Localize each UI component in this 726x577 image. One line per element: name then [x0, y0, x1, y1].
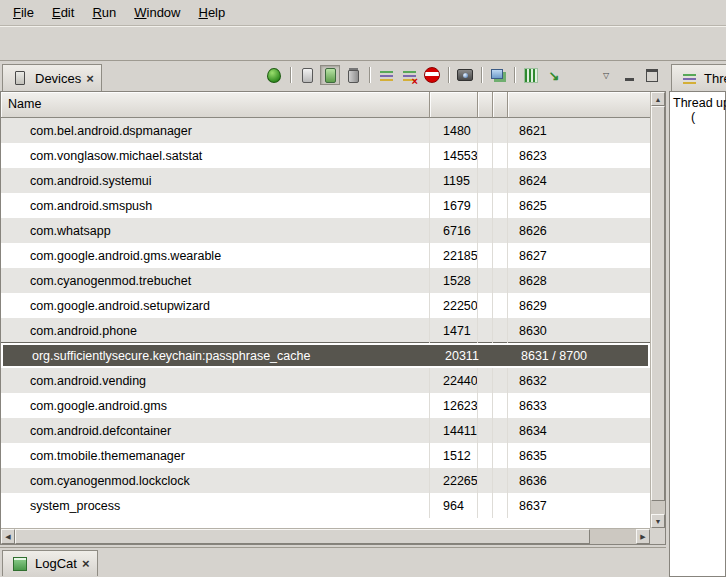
blank-cell [478, 193, 493, 218]
threads-tab-label: Threads [704, 71, 726, 86]
process-name: com.vonglasow.michael.satstat [1, 143, 430, 168]
menu-run[interactable]: Run [83, 2, 125, 23]
menubar: FileEditRunWindowHelp [0, 0, 726, 26]
blank-cell [478, 368, 493, 393]
process-port: 8632 [508, 374, 650, 388]
table-row[interactable]: com.google.android.setupwizard 22250 862… [1, 293, 650, 318]
maximize-icon[interactable] [642, 65, 662, 85]
process-port: 8626 [508, 224, 650, 238]
table-row[interactable]: com.android.vending 22440 8632 [1, 368, 650, 393]
method-profiling-icon[interactable] [521, 65, 541, 85]
debug-icon[interactable] [264, 65, 284, 85]
table-row[interactable]: com.google.android.gms.wearable 22185 86… [1, 243, 650, 268]
process-port: 8621 [508, 124, 650, 138]
scrollbar-corner [650, 528, 665, 544]
blank-cell [493, 293, 508, 318]
process-port: 8633 [508, 399, 650, 413]
table-row[interactable]: org.sufficientlysecure.keychain:passphra… [1, 343, 650, 368]
column-header-blank-3[interactable] [493, 92, 508, 118]
toolbar-separator [511, 66, 518, 84]
view-menu-icon[interactable] [596, 65, 616, 85]
blank-cell [478, 468, 493, 493]
process-port: 8630 [508, 324, 650, 338]
dump-hprof-icon[interactable] [320, 65, 340, 85]
process-name: com.android.defcontainer [1, 418, 430, 443]
stop-threads-icon[interactable] [399, 65, 419, 85]
scroll-up-button[interactable] [651, 92, 665, 106]
table-row[interactable]: com.vonglasow.michael.satstat 14553 8623 [1, 143, 650, 168]
blank-cell [478, 168, 493, 193]
process-port: 8637 [508, 499, 650, 513]
table-row[interactable]: com.cyanogenmod.trebuchet 1528 8628 [1, 268, 650, 293]
blank-cell [493, 318, 508, 343]
devices-toolbar [264, 65, 662, 85]
stop-process-icon[interactable] [422, 65, 442, 85]
table-row[interactable]: com.android.smspush 1679 8625 [1, 193, 650, 218]
menu-help[interactable]: Help [189, 2, 234, 23]
menu-file[interactable]: File [4, 2, 43, 23]
horizontal-scrollbar[interactable] [1, 528, 650, 544]
screen-gallery-icon[interactable] [488, 65, 508, 85]
table-row[interactable]: system_process 964 8637 [1, 493, 650, 518]
scroll-left-button[interactable] [1, 529, 15, 544]
blank-cell [478, 268, 493, 293]
threads-region: Threads Thread up ( [669, 62, 726, 577]
screen-capture-icon[interactable] [455, 65, 475, 85]
blank-cell [493, 368, 508, 393]
process-pid: 1512 [430, 443, 478, 468]
process-name: com.bel.android.dspmanager [1, 118, 430, 143]
scroll-right-button[interactable] [636, 529, 650, 544]
update-heap-icon[interactable] [297, 65, 317, 85]
threads-icon [679, 68, 699, 88]
process-port: 8634 [508, 424, 650, 438]
tab-logcat[interactable]: LogCat [2, 550, 98, 576]
vertical-scroll-thumb[interactable] [651, 106, 665, 501]
table-row[interactable]: com.android.phone 1471 8630 [1, 318, 650, 343]
close-icon[interactable] [82, 556, 90, 571]
process-name: system_process [1, 493, 430, 518]
cause-gc-icon[interactable] [343, 65, 363, 85]
process-pid: 1195 [430, 168, 478, 193]
table-row[interactable]: com.cyanogenmod.lockclock 22265 8636 [1, 468, 650, 493]
profiling-start-icon[interactable] [544, 65, 564, 85]
table-row[interactable]: com.tmobile.thememanager 1512 8635 [1, 443, 650, 468]
menu-edit[interactable]: Edit [43, 2, 83, 23]
process-pid: 22265 [430, 468, 478, 493]
tab-devices[interactable]: Devices [2, 64, 102, 91]
blank-cell [493, 418, 508, 443]
process-pid: 6716 [430, 218, 478, 243]
toolbar-separator [478, 66, 485, 84]
blank-cell [493, 193, 508, 218]
close-icon[interactable] [86, 71, 94, 86]
blank-cell [478, 293, 493, 318]
process-pid: 14411 [430, 418, 478, 443]
devices-tabrow: Devices [0, 62, 666, 91]
process-name: com.cyanogenmod.lockclock [1, 468, 430, 493]
blank-cell [478, 418, 493, 443]
scroll-down-button[interactable] [651, 514, 665, 528]
table-row[interactable]: com.whatsapp 6716 8626 [1, 218, 650, 243]
menu-window[interactable]: Window [125, 2, 189, 23]
column-header-blank-1[interactable] [430, 92, 478, 118]
minimize-icon[interactable] [619, 65, 639, 85]
process-name: com.tmobile.thememanager [1, 443, 430, 468]
process-port: 8635 [508, 449, 650, 463]
process-pid: 22440 [430, 368, 478, 393]
column-header-blank-2[interactable] [478, 92, 493, 118]
process-name: com.cyanogenmod.trebuchet [1, 268, 430, 293]
update-threads-icon[interactable] [376, 65, 396, 85]
vertical-scrollbar[interactable] [650, 92, 665, 528]
column-header-name[interactable]: Name [1, 92, 430, 118]
tab-threads[interactable]: Threads [671, 64, 726, 91]
process-pid: 964 [430, 493, 478, 518]
column-header-blank-4[interactable] [508, 92, 650, 118]
table-row[interactable]: com.android.systemui 1195 8624 [1, 168, 650, 193]
blank-cell [480, 345, 495, 366]
table-row[interactable]: com.bel.android.dspmanager 1480 8621 [1, 118, 650, 143]
process-port: 8623 [508, 149, 650, 163]
table-row[interactable]: com.google.android.gms 12623 8633 [1, 393, 650, 418]
blank-cell [493, 218, 508, 243]
horizontal-scroll-thumb[interactable] [15, 529, 590, 544]
threads-tabrow: Threads [669, 62, 726, 91]
table-row[interactable]: com.android.defcontainer 14411 8634 [1, 418, 650, 443]
